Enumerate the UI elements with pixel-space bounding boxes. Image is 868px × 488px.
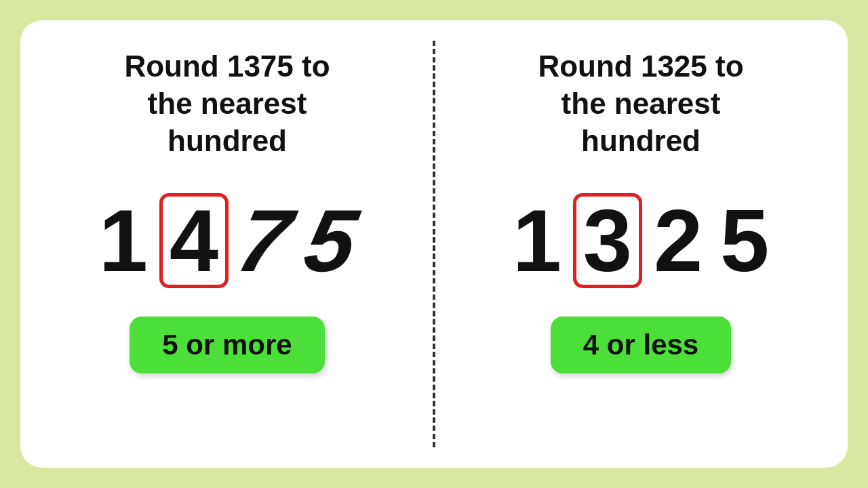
left-number-row: 1 4 7 5 xyxy=(93,193,361,288)
panel-divider xyxy=(433,41,435,447)
right-digit-4: 5 xyxy=(714,197,775,285)
right-panel: Round 1325 to the nearest hundred 1 3 2 … xyxy=(434,20,848,468)
right-title: Round 1325 to the nearest hundred xyxy=(512,47,770,159)
left-digit-4: 5 xyxy=(293,197,370,285)
left-badge: 5 or more xyxy=(130,317,324,373)
right-number-row: 1 3 2 5 xyxy=(507,193,775,288)
main-card: Round 1375 to the nearest hundred 1 4 7 … xyxy=(20,20,848,468)
left-digit-2-highlighted: 4 xyxy=(159,193,229,288)
left-panel: Round 1375 to the nearest hundred 1 4 7 … xyxy=(20,20,434,468)
left-title: Round 1375 to the nearest hundred xyxy=(98,47,356,159)
left-digit-3: 7 xyxy=(224,197,304,285)
right-digit-3: 2 xyxy=(648,197,709,285)
right-digit-1: 1 xyxy=(507,197,568,285)
right-badge: 4 or less xyxy=(551,317,731,373)
left-digit-1: 1 xyxy=(93,197,154,285)
right-digit-2-highlighted: 3 xyxy=(573,193,642,288)
